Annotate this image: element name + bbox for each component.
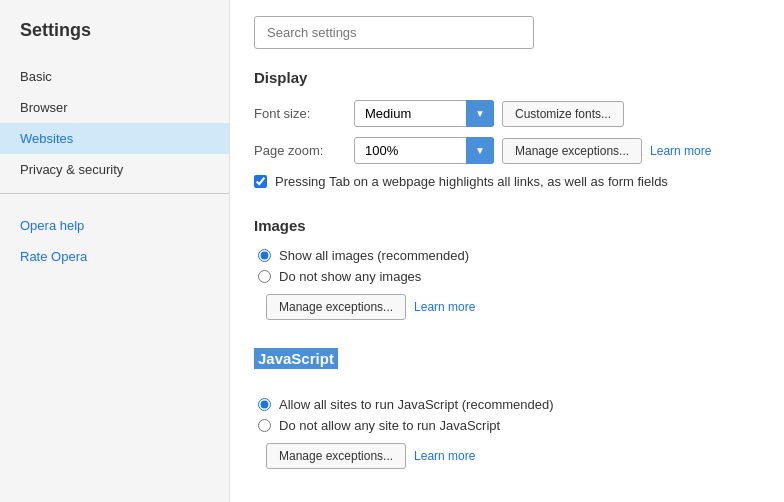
sidebar-link-rate-opera[interactable]: Rate Opera [0, 241, 229, 272]
page-zoom-select-wrap: 75% 90% 100% 110% 125% 150% ▼ [354, 137, 494, 164]
js-allow-all-label: Allow all sites to run JavaScript (recom… [279, 397, 554, 412]
sidebar-item-websites[interactable]: Websites [0, 123, 229, 154]
images-section-title: Images [254, 217, 760, 234]
javascript-section-title-text: JavaScript [254, 348, 338, 369]
sidebar-links: Opera help Rate Opera [0, 210, 229, 272]
sidebar-link-opera-help[interactable]: Opera help [0, 210, 229, 241]
tab-checkbox-row: Pressing Tab on a webpage highlights all… [254, 174, 760, 189]
page-zoom-select[interactable]: 75% 90% 100% 110% 125% 150% [354, 137, 494, 164]
images-no-show-radio[interactable] [258, 270, 271, 283]
font-size-label: Font size: [254, 106, 354, 121]
tab-checkbox[interactable] [254, 175, 267, 188]
sidebar: Settings Basic Browser Websites Privacy … [0, 0, 230, 502]
js-disallow-radio[interactable] [258, 419, 271, 432]
sidebar-item-privacy[interactable]: Privacy & security [0, 154, 229, 185]
images-show-all-radio[interactable] [258, 249, 271, 262]
sidebar-divider [0, 193, 229, 194]
font-size-select[interactable]: Small Medium Large Very Large [354, 100, 494, 127]
search-input[interactable] [254, 16, 534, 49]
customize-fonts-button[interactable]: Customize fonts... [502, 101, 624, 127]
display-section-title: Display [254, 69, 760, 86]
sidebar-item-browser[interactable]: Browser [0, 92, 229, 123]
images-no-show-option: Do not show any images [258, 269, 760, 284]
search-bar [254, 16, 760, 49]
images-no-show-label: Do not show any images [279, 269, 421, 284]
images-manage-exceptions-button[interactable]: Manage exceptions... [266, 294, 406, 320]
images-show-all-option: Show all images (recommended) [258, 248, 760, 263]
js-learn-more-link[interactable]: Learn more [414, 449, 475, 463]
javascript-section-title: JavaScript [254, 348, 760, 383]
js-allow-all-option: Allow all sites to run JavaScript (recom… [258, 397, 760, 412]
js-disallow-option: Do not allow any site to run JavaScript [258, 418, 760, 433]
main-content: Display Font size: Small Medium Large Ve… [230, 0, 784, 502]
images-learn-more-link[interactable]: Learn more [414, 300, 475, 314]
page-zoom-manage-exceptions-button[interactable]: Manage exceptions... [502, 138, 642, 164]
page-zoom-learn-more-link[interactable]: Learn more [650, 144, 711, 158]
tab-checkbox-label: Pressing Tab on a webpage highlights all… [275, 174, 668, 189]
javascript-section: JavaScript Allow all sites to run JavaSc… [254, 348, 760, 469]
font-size-select-wrap: Small Medium Large Very Large ▼ [354, 100, 494, 127]
images-show-all-label: Show all images (recommended) [279, 248, 469, 263]
display-section: Display Font size: Small Medium Large Ve… [254, 69, 760, 189]
page-zoom-label: Page zoom: [254, 143, 354, 158]
page-zoom-row: Page zoom: 75% 90% 100% 110% 125% 150% ▼… [254, 137, 760, 164]
js-manage-exceptions-button[interactable]: Manage exceptions... [266, 443, 406, 469]
sidebar-title: Settings [0, 20, 229, 61]
font-size-row: Font size: Small Medium Large Very Large… [254, 100, 760, 127]
js-disallow-label: Do not allow any site to run JavaScript [279, 418, 500, 433]
images-section: Images Show all images (recommended) Do … [254, 217, 760, 320]
js-manage-row: Manage exceptions... Learn more [258, 443, 760, 469]
images-manage-row: Manage exceptions... Learn more [258, 294, 760, 320]
sidebar-item-basic[interactable]: Basic [0, 61, 229, 92]
js-allow-all-radio[interactable] [258, 398, 271, 411]
